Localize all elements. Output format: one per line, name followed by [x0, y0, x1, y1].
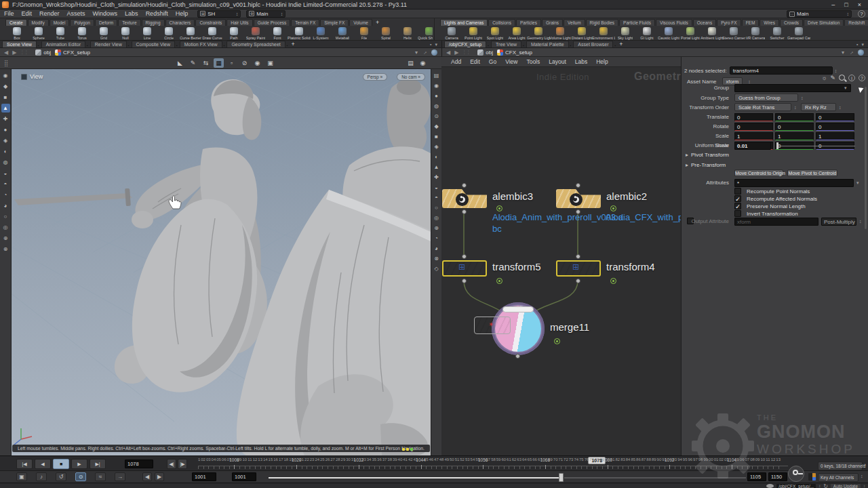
link-icon[interactable] [431, 49, 437, 56]
display-option-icon[interactable]: ◒ [432, 183, 441, 192]
node-transform5[interactable]: ⊞ transform5 [442, 260, 487, 277]
output-attribute-field[interactable]: xform [734, 218, 818, 226]
node-input-dot[interactable] [462, 254, 467, 259]
shelf-tool-stereo-camera[interactable]: Stereo Camera [724, 27, 744, 40]
forward-icon[interactable]: ▶ [12, 49, 16, 56]
shelf-tool-switcher[interactable]: Switcher [767, 27, 787, 40]
group-field[interactable] [734, 84, 851, 92]
menu-item-file[interactable]: File [4, 10, 14, 17]
display-option-icon[interactable]: ■ [432, 132, 441, 141]
node-output-dot[interactable] [462, 209, 467, 214]
info-icon[interactable]: ◉ [418, 58, 428, 68]
shelf-tool-quick-shapes[interactable]: Quick Shapes [419, 27, 433, 40]
viewport-tool-icon[interactable]: ◎ [1, 223, 10, 232]
shelf-tool-platonic-solids[interactable]: Platonic Solids [289, 27, 309, 40]
help-icon[interactable]: ? [858, 10, 865, 18]
maximize-button[interactable]: □ [844, 1, 848, 8]
loop-icon[interactable]: ↺ [56, 472, 66, 481]
viewport-tool-icon[interactable]: ◒ [1, 169, 10, 178]
rotate-order-select[interactable]: Rx Ry Rz [801, 103, 836, 111]
chevron-down-icon[interactable]: ▾ [861, 42, 864, 47]
shelf-tab-rigid-bodies[interactable]: Rigid Bodies [586, 19, 619, 26]
next-frame-button[interactable]: |▶ [178, 459, 187, 469]
shelf-tab-model[interactable]: Model [50, 19, 70, 26]
viewport-tool-icon[interactable]: ⊕ [1, 234, 10, 243]
transform-order-select[interactable]: Scale Rot Trans [734, 103, 791, 111]
move-centroid-origin-button[interactable]: Move Centroid to Origin [734, 169, 783, 177]
node-display-flag[interactable] [554, 338, 560, 344]
shelf-tool-path[interactable]: Path [224, 27, 244, 40]
rotate-y-field[interactable]: 0 [775, 123, 814, 131]
viewport-tool-icon[interactable]: ○ [1, 212, 10, 221]
select-icon[interactable]: ◣ [175, 58, 185, 68]
viewport-tool-icon[interactable]: ◈ [1, 136, 10, 145]
range-slider-active[interactable] [269, 477, 561, 479]
shelf-tool-gamepad-camera[interactable]: Gamepad Camera [789, 27, 809, 40]
shelf-tab-pyro-fx[interactable]: Pyro FX [717, 19, 741, 26]
viewport-tool-icon[interactable]: ◔ [1, 190, 10, 199]
shelf-tab-simple-fx[interactable]: Simple FX [320, 19, 349, 26]
play-reverse-button[interactable]: ◀ [35, 459, 51, 469]
link-icon[interactable] [858, 49, 864, 56]
shelf-tab-characters[interactable]: Characters [165, 19, 195, 26]
node-name[interactable]: merge11 [550, 321, 589, 333]
render-region-icon[interactable]: ▣ [265, 58, 275, 68]
display-option-icon[interactable]: ◆ [432, 122, 441, 131]
auto-update-select[interactable]: Auto Update [831, 484, 861, 488]
menu-item-labs[interactable]: Labs [125, 10, 138, 17]
pane-tab-scene-view[interactable]: Scene View [2, 41, 37, 47]
chevron-down-icon[interactable]: ▾ [856, 180, 859, 186]
node-name[interactable]: alembic2 [606, 190, 647, 202]
minimize-button[interactable]: – [831, 1, 835, 8]
rotate-x-field[interactable]: 0 [734, 123, 773, 131]
path-node[interactable]: CFX_setup [505, 49, 532, 56]
updown-icon[interactable]: ↕ [859, 219, 862, 224]
desktop-selector-right[interactable]: ⁘ Main ↕ [787, 10, 852, 18]
display-option-icon[interactable]: ◉ [432, 81, 441, 90]
forward-icon[interactable]: ▶ [454, 49, 458, 56]
scale-x-field[interactable]: 1 [734, 132, 773, 140]
display-option-icon[interactable]: ◇ [432, 264, 441, 273]
timeline-ruler[interactable]: 1078 01020304050607100809101112131415161… [198, 456, 788, 471]
node-output-dot[interactable] [576, 209, 580, 214]
exclude-icon[interactable]: ⊘ [239, 58, 250, 68]
shelf-tool-line[interactable]: Line [137, 27, 157, 40]
pin-icon[interactable]: → [420, 48, 429, 56]
shelf-tab-lights-and-cameras[interactable]: Lights and Cameras [440, 19, 488, 26]
back-icon[interactable]: ◀ [4, 49, 8, 56]
viewport-tool-icon[interactable]: ■ [1, 93, 10, 102]
shelf-tab-rigging[interactable]: Rigging [142, 19, 165, 26]
shelf-tool-box[interactable]: Box [7, 27, 27, 40]
viewport-tool-icon[interactable]: ◉ [1, 71, 10, 80]
viewport-tool-icon[interactable]: ◕ [1, 201, 10, 210]
node-output-dot[interactable] [576, 279, 580, 283]
display-option-icon[interactable]: ◈ [432, 142, 441, 151]
menu-item-windows[interactable]: Windows [93, 10, 118, 17]
menu-item-assets[interactable]: Assets [67, 10, 85, 17]
shelf-tab-collisions[interactable]: Collisions [488, 19, 515, 26]
handles-icon[interactable]: ⇆ [201, 58, 211, 68]
shelf-tool-environment-light[interactable]: Environment Light [593, 27, 614, 40]
pivot-transform-section[interactable]: ▸Pivot Transform [686, 152, 729, 158]
shelf-tab-particle-fluids[interactable]: Particle Fluids [619, 19, 655, 26]
scale-z-field[interactable]: 1 [816, 132, 854, 140]
viewport-tool-icon[interactable]: ⊗ [1, 245, 10, 253]
node-input-dot[interactable] [462, 183, 467, 188]
display-option-icon[interactable]: ⊗ [432, 254, 441, 263]
shelf-tool-volume-light[interactable]: Volume Light [550, 27, 570, 40]
viewport-tool-icon[interactable]: ◍ [1, 158, 10, 167]
shelf-tool-gi-light[interactable]: GI Light [637, 27, 657, 40]
add-shelf-tab-button[interactable]: + [373, 19, 382, 26]
params-scrollbar[interactable] [865, 87, 867, 229]
shelf-tool-spiral[interactable]: Spiral [376, 27, 396, 40]
menu-item-redshift[interactable]: Redshift [146, 10, 168, 17]
shelf-tab-modify[interactable]: Modify [28, 19, 49, 26]
shelf-tool-camera[interactable]: Camera [441, 27, 462, 40]
menu-item-help[interactable]: Help [176, 10, 189, 17]
display-option-icon[interactable]: ◕ [432, 244, 441, 253]
shelf-tool-geometry-light[interactable]: Geometry Light [528, 27, 549, 40]
shelf-tab-create[interactable]: Create [5, 19, 27, 26]
pane-tab-motion-fx-view[interactable]: Motion FX View [180, 41, 222, 47]
alembic-node-body[interactable] [556, 189, 601, 208]
translate-y-field[interactable]: 0 [775, 113, 814, 121]
